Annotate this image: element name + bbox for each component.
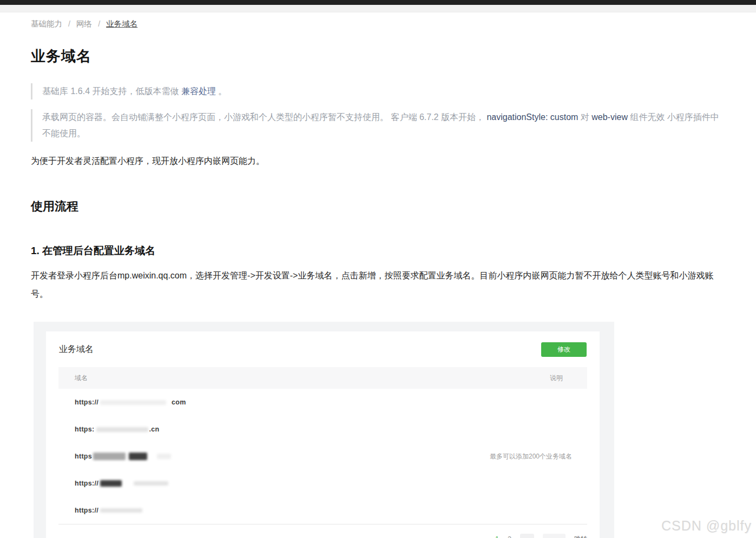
- doc-content: 基础能力 / 网络 / 业务域名 业务域名 基础库 1.6.4 开始支持，低版本…: [0, 19, 756, 538]
- breadcrumb: 基础能力 / 网络 / 业务域名: [31, 19, 756, 29]
- desc-note-text: 承载网页的容器。会自动铺满整个小程序页面，小游戏和个人类型的小程序暂不支持使用。…: [42, 112, 487, 122]
- page-top-strip: [0, 5, 756, 12]
- redacted-domain: [100, 480, 122, 487]
- table-row: https:// com: [58, 389, 587, 416]
- step1-body: 开发者登录小程序后台mp.weixin.qq.com，选择开发管理->开发设置-…: [31, 267, 727, 303]
- breadcrumb-separator: /: [68, 19, 70, 28]
- page-2: 2: [508, 535, 511, 538]
- url-suffix: .cn: [149, 426, 160, 433]
- redacted-domain: [93, 453, 126, 460]
- step1-heading: 1. 在管理后台配置业务域名: [31, 244, 756, 258]
- url-prefix: https:: [75, 426, 95, 433]
- url-prefix: https://: [75, 480, 98, 487]
- redacted-domain: [100, 508, 142, 513]
- edit-button: 修改: [541, 342, 587, 357]
- url-prefix: https: [75, 453, 92, 460]
- column-header-domain: 域名: [75, 374, 88, 383]
- card-title: 业务域名: [59, 344, 94, 355]
- breadcrumb-item-basic-ability[interactable]: 基础能力: [31, 19, 62, 28]
- redacted-domain: [129, 453, 147, 460]
- description-note: 承载网页的容器。会自动铺满整个小程序页面，小游戏和个人类型的小程序暂不支持使用。…: [31, 109, 725, 142]
- divider: [58, 524, 587, 524]
- screenshot-admin-panel: 业务域名 修改 域名 说明 https:// com https: .cn: [34, 322, 614, 538]
- url-suffix: com: [172, 398, 186, 406]
- compatibility-note: 基础库 1.6.4 开始支持，低版本需做 兼容处理 。: [31, 83, 725, 99]
- table-row: https://: [58, 497, 587, 524]
- page-jump-input: [543, 534, 566, 538]
- csdn-watermark: CSDN @gblfy: [661, 518, 752, 534]
- redacted-domain: [134, 481, 168, 486]
- max-domains-hint: 最多可以添加200个业务域名: [490, 452, 572, 461]
- breadcrumb-item-business-domain[interactable]: 业务域名: [106, 19, 137, 28]
- page-1: 1: [495, 535, 499, 538]
- table-header: 域名 说明: [58, 367, 587, 389]
- card-header: 业务域名 修改: [46, 331, 600, 367]
- compat-note-text: 基础库 1.6.4 开始支持，低版本需做: [42, 87, 181, 96]
- web-view-code: web-view: [591, 112, 628, 122]
- chevron-right-icon: ›: [526, 535, 528, 538]
- intro-paragraph: 为便于开发者灵活配置小程序，现开放小程序内嵌网页能力。: [31, 156, 756, 167]
- pagination: 1 2 › 跳转: [46, 534, 587, 538]
- desc-note-text: 对: [578, 112, 591, 122]
- section-heading-usage-flow: 使用流程: [31, 198, 756, 215]
- compat-note-text-after: 。: [216, 87, 227, 96]
- redacted-domain: [157, 454, 171, 459]
- jump-button: 跳转: [574, 535, 587, 538]
- navigation-style-code: navigationStyle: custom: [487, 112, 578, 122]
- table-body: https:// com https: .cn https: [58, 389, 587, 524]
- redacted-domain: [96, 427, 148, 432]
- business-domain-card: 业务域名 修改 域名 说明 https:// com https: .cn: [46, 331, 600, 538]
- table-row: https://: [58, 470, 587, 497]
- breadcrumb-separator: /: [98, 19, 100, 28]
- url-prefix: https://: [75, 398, 98, 406]
- url-prefix: https://: [75, 507, 98, 514]
- breadcrumb-item-network[interactable]: 网络: [76, 19, 92, 28]
- next-page-button: ›: [520, 534, 534, 538]
- table-row: https: .cn: [58, 416, 587, 443]
- page-title: 业务域名: [31, 47, 756, 66]
- window-top-edge: [0, 0, 756, 5]
- redacted-domain: [100, 400, 166, 405]
- column-header-description: 说明: [550, 374, 563, 383]
- compat-handling-link[interactable]: 兼容处理: [181, 87, 216, 96]
